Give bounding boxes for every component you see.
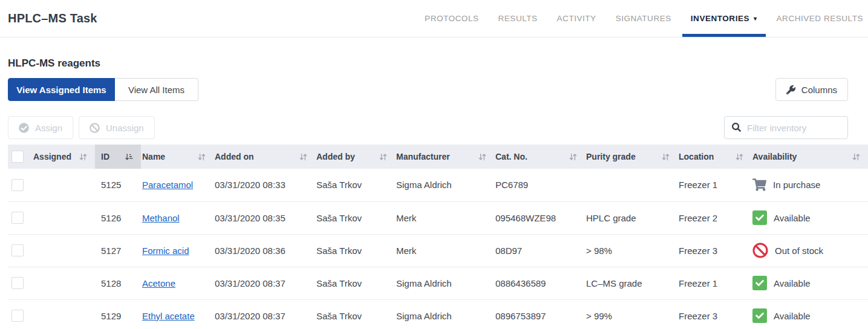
column-header-assigned[interactable]: Assigned (32, 145, 95, 169)
page-title: HPLC–MS Task (8, 11, 97, 25)
view-all-items-button[interactable]: View All Items (115, 78, 198, 101)
row-checkbox[interactable] (11, 212, 24, 224)
select-all-checkbox[interactable] (11, 151, 24, 163)
check-circle-icon (19, 123, 29, 133)
filter-inventory-input[interactable] (724, 116, 848, 139)
added-by-cell: Saša Trkov (315, 169, 395, 201)
column-header-availability[interactable]: Availability (751, 145, 868, 169)
table-row: 5129 Ethyl acetate 03/31/2020 08:37 Saša… (8, 299, 868, 329)
tab-inventories-label: INVENTORIES (691, 14, 749, 23)
row-select-cell (8, 201, 32, 234)
search-icon (732, 123, 741, 132)
columns-button[interactable]: Columns (775, 78, 848, 101)
column-header-added-on[interactable]: Added on (214, 145, 315, 169)
tab-protocols[interactable]: PROTOCOLS (425, 0, 478, 37)
availability-text: Available (774, 311, 811, 321)
sort-icon (569, 152, 578, 161)
assigned-cell (32, 201, 95, 234)
available-check-icon (752, 210, 767, 225)
item-name-link[interactable]: Formic acid (142, 246, 189, 256)
inventory-table: Assigned ID Name Added on Added by Manuf… (8, 145, 868, 329)
item-name-link[interactable]: Ethyl acetate (142, 311, 195, 321)
id-cell: 5125 (95, 169, 141, 201)
assign-actions: Assign Unassign (8, 116, 155, 139)
table-header-row: Assigned ID Name Added on Added by Manuf… (8, 145, 868, 169)
sort-icon (852, 152, 861, 161)
availability-cell: Available (751, 267, 868, 299)
table-row: 5125 Paracetamol 03/31/2020 08:33 Saša T… (8, 169, 868, 201)
added-by-cell: Saša Trkov (315, 299, 395, 329)
column-header-id[interactable]: ID (95, 145, 141, 169)
item-name-link[interactable]: Methanol (142, 213, 180, 223)
added-on-cell: 03/31/2020 08:36 (214, 234, 315, 267)
name-cell: Acetone (141, 267, 214, 299)
added-by-cell: Saša Trkov (315, 234, 395, 267)
location-cell: Freezer 1 (677, 169, 751, 201)
added-on-cell: 03/31/2020 08:37 (214, 267, 315, 299)
manufacturer-cell: Sigma Aldrich (395, 169, 494, 201)
assigned-cell (32, 169, 95, 201)
assign-button[interactable]: Assign (8, 116, 73, 139)
item-name-link[interactable]: Paracetamol (142, 180, 193, 190)
added-by-cell: Saša Trkov (315, 267, 395, 299)
sort-icon (478, 152, 487, 161)
location-cell: Freezer 3 (677, 234, 751, 267)
table-row: 5128 Acetone 03/31/2020 08:37 Saša Trkov… (8, 267, 868, 299)
sort-icon (735, 152, 744, 161)
name-cell: Formic acid (141, 234, 214, 267)
out-of-stock-icon (752, 243, 768, 258)
cat-no-cell: 0886436589 (494, 267, 585, 299)
availability-text: In purchase (773, 180, 820, 190)
item-name-link[interactable]: Acetone (142, 278, 175, 288)
cat-no-cell: 0896753897 (494, 299, 585, 329)
sort-icon (79, 152, 88, 161)
cat-no-cell: 08D97 (494, 234, 585, 267)
row-checkbox[interactable] (11, 244, 24, 256)
row-checkbox[interactable] (11, 277, 24, 289)
tab-signatures[interactable]: SIGNATURES (616, 0, 671, 37)
tab-results[interactable]: RESULTS (498, 0, 538, 37)
column-header-name[interactable]: Name (141, 145, 214, 169)
caret-down-icon: ▾ (754, 15, 757, 22)
id-cell: 5128 (95, 267, 141, 299)
availability-cell: In purchase (751, 169, 868, 201)
purity-grade-cell: LC–MS grade (585, 267, 677, 299)
column-header-added-by[interactable]: Added by (315, 145, 395, 169)
purity-grade-cell: HPLC grade (585, 201, 677, 234)
tab-archived-results[interactable]: ARCHIVED RESULTS (777, 0, 863, 37)
column-header-purity-grade[interactable]: Purity grade (585, 145, 677, 169)
availability-text: Out of stock (775, 246, 823, 256)
manufacturer-cell: Merk (395, 201, 494, 234)
cat-no-cell: 095468WZE98 (494, 201, 585, 234)
availability-text: Available (774, 213, 811, 223)
added-on-cell: 03/31/2020 08:35 (214, 201, 315, 234)
sort-ascending-icon (125, 152, 134, 161)
column-header-location[interactable]: Location (677, 145, 751, 169)
purity-grade-cell: > 98% (585, 234, 677, 267)
view-assigned-items-button[interactable]: View Assigned Items (8, 78, 115, 101)
row-checkbox[interactable] (11, 179, 24, 191)
purity-grade-cell (585, 169, 677, 201)
column-header-manufacturer[interactable]: Manufacturer (395, 145, 494, 169)
unassign-button[interactable]: Unassign (79, 116, 155, 139)
available-check-icon (752, 276, 767, 290)
row-select-cell (8, 299, 32, 329)
row-select-cell (8, 169, 32, 201)
tab-inventories[interactable]: INVENTORIES ▾ (682, 0, 766, 37)
wrench-icon (786, 85, 795, 94)
sort-icon (661, 152, 670, 161)
name-cell: Methanol (141, 201, 214, 234)
row-checkbox[interactable] (11, 310, 24, 322)
name-cell: Paracetamol (141, 169, 214, 201)
location-cell: Freezer 1 (677, 267, 751, 299)
column-header-cat-no[interactable]: Cat. No. (494, 145, 585, 169)
sort-icon (197, 152, 206, 161)
inventory-section-title: HLPC-MS reagents (8, 57, 848, 70)
row-select-cell (8, 267, 32, 299)
manufacturer-cell: Sigma Aldrich (395, 267, 494, 299)
location-cell: Freezer 2 (677, 201, 751, 234)
tab-activity[interactable]: ACTIVITY (557, 0, 596, 37)
inventory-page: HPLC–MS Task PROTOCOLS RESULTS ACTIVITY … (0, 0, 868, 329)
name-cell: Ethyl acetate (141, 299, 214, 329)
ban-icon (90, 123, 100, 133)
